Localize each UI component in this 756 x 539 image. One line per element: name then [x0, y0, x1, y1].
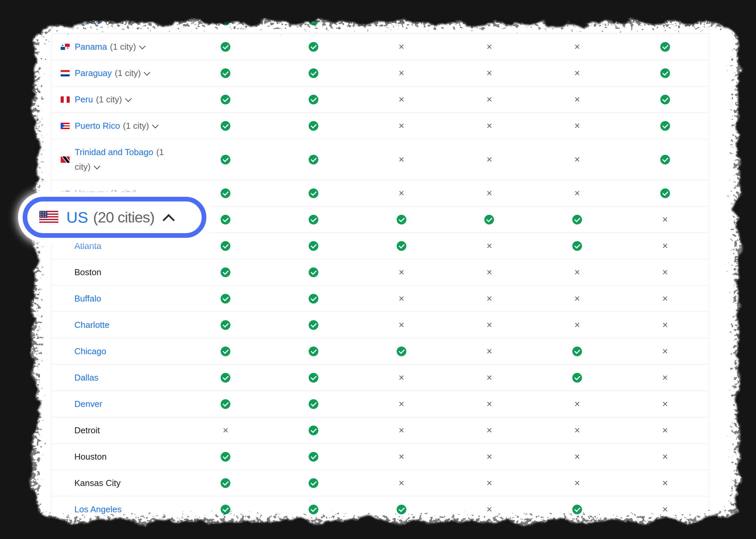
mark-cell-col1 — [182, 21, 270, 25]
check-icon — [309, 21, 318, 25]
label-cell: Houston — [51, 449, 182, 464]
mark-cell-col1 — [182, 155, 270, 164]
row-label: Dallas — [74, 370, 98, 385]
check-icon — [660, 95, 670, 104]
cross-icon: × — [486, 478, 492, 488]
row-kansas-city: Kansas City×××× — [51, 470, 709, 496]
city-count: (1 city) — [110, 42, 136, 52]
mark-cell-col5: × — [533, 155, 621, 164]
mark-cell-col6: × — [621, 320, 709, 330]
label-cell: Denver — [51, 397, 182, 411]
mark-cell-col4: × — [445, 320, 533, 330]
label-cell: Paraguay(1 city) — [51, 66, 182, 80]
city-count: (1 city) — [123, 121, 149, 131]
link-denver[interactable]: Denver — [74, 399, 102, 409]
expand-chevron-icon[interactable] — [94, 163, 100, 169]
paraguay-flag-icon — [61, 70, 70, 76]
mark-cell-col2 — [270, 155, 358, 164]
link-atlanta[interactable]: Atlanta — [74, 241, 101, 251]
cross-icon: × — [662, 21, 668, 25]
check-icon — [397, 241, 406, 251]
row-peru: Peru(1 city)××× — [51, 86, 709, 113]
mark-cell-col2 — [270, 426, 358, 435]
check-icon — [221, 241, 230, 251]
mark-cell-col4: × — [445, 21, 533, 25]
mark-cell-col3: × — [357, 267, 445, 277]
mark-cell-col4: × — [445, 399, 533, 409]
mark-cell-col5: × — [533, 478, 621, 488]
link-puerto-rico[interactable]: Puerto Rico — [75, 121, 120, 131]
mark-cell-col4: × — [445, 121, 533, 131]
us-highlight-callout[interactable]: US (20 cities) — [23, 197, 206, 238]
mark-cell-col1 — [182, 241, 270, 251]
link-charlotte[interactable]: Charlotte — [74, 320, 110, 330]
link-mexico[interactable]: Mexico — [75, 21, 102, 25]
check-icon — [572, 347, 582, 356]
mark-cell-col3: × — [357, 399, 445, 409]
check-icon — [309, 426, 318, 435]
mark-cell-col3: × — [357, 452, 445, 462]
mark-cell-col6 — [621, 68, 709, 78]
mark-cell-col1 — [182, 452, 270, 462]
mark-cell-col5: × — [533, 399, 621, 409]
mark-cell-col2 — [270, 478, 358, 488]
link-los-angeles[interactable]: Los Angeles — [74, 504, 122, 514]
cross-icon: × — [662, 452, 668, 462]
mexico-flag-icon — [61, 21, 70, 24]
us-country-link[interactable]: US — [66, 208, 88, 226]
row-label: Mexico(1 city) — [75, 21, 140, 28]
link-peru[interactable]: Peru — [75, 94, 93, 104]
check-icon — [484, 215, 494, 224]
mark-cell-col2 — [270, 121, 358, 131]
cross-icon: × — [662, 320, 668, 330]
link-panama[interactable]: Panama — [75, 42, 107, 52]
mark-cell-col4: × — [445, 267, 533, 277]
expand-chevron-icon[interactable] — [134, 21, 141, 23]
city-count: (1 city) — [105, 21, 131, 25]
check-icon — [309, 505, 318, 514]
cross-icon: × — [223, 426, 228, 435]
cross-icon: × — [662, 267, 668, 277]
check-icon — [221, 121, 230, 131]
cross-icon: × — [399, 68, 404, 78]
cross-icon: × — [399, 452, 404, 462]
mark-cell-col1 — [182, 399, 270, 409]
mark-cell-col4: × — [445, 42, 533, 52]
check-icon — [309, 267, 318, 277]
check-icon — [309, 452, 318, 462]
link-dallas[interactable]: Dallas — [74, 373, 98, 383]
expand-chevron-icon[interactable] — [152, 122, 159, 128]
collapse-chevron-icon[interactable] — [163, 214, 175, 226]
link-chicago[interactable]: Chicago — [74, 346, 106, 356]
link-paraguay[interactable]: Paraguay — [75, 68, 112, 78]
row-detroit: Detroit××××× — [51, 417, 709, 444]
label-cell: Buffalo — [51, 291, 182, 306]
label-cell: Puerto Rico(1 city) — [51, 118, 182, 133]
expand-chevron-icon[interactable] — [125, 95, 132, 102]
mark-cell-col6: × — [621, 399, 709, 409]
expand-chevron-icon[interactable] — [139, 43, 146, 49]
expand-chevron-icon[interactable] — [144, 69, 150, 76]
cross-icon: × — [486, 68, 492, 78]
row-label: Boston — [74, 265, 101, 280]
cross-icon: × — [486, 320, 492, 330]
cross-icon: × — [486, 188, 492, 198]
link-buffalo[interactable]: Buffalo — [74, 294, 101, 304]
cross-icon: × — [662, 215, 668, 224]
check-icon — [221, 505, 230, 514]
mark-cell-col6: × — [621, 505, 709, 514]
row-dallas: Dallas××× — [51, 365, 709, 391]
mark-cell-col4: × — [445, 68, 533, 78]
row-label: Trinidad and Tobago(1 city) — [75, 145, 168, 174]
expand-chevron-icon[interactable] — [139, 189, 146, 196]
mark-cell-col5: × — [533, 188, 621, 198]
check-icon — [221, 320, 230, 330]
check-icon — [397, 215, 406, 224]
mark-cell-col5 — [533, 373, 621, 383]
cross-icon: × — [486, 155, 492, 164]
mark-cell-col6 — [621, 155, 709, 164]
link-trinidad-and-tobago[interactable]: Trinidad and Tobago — [75, 147, 153, 157]
cross-icon: × — [486, 426, 492, 435]
check-icon — [221, 294, 230, 304]
cross-icon: × — [662, 241, 668, 251]
